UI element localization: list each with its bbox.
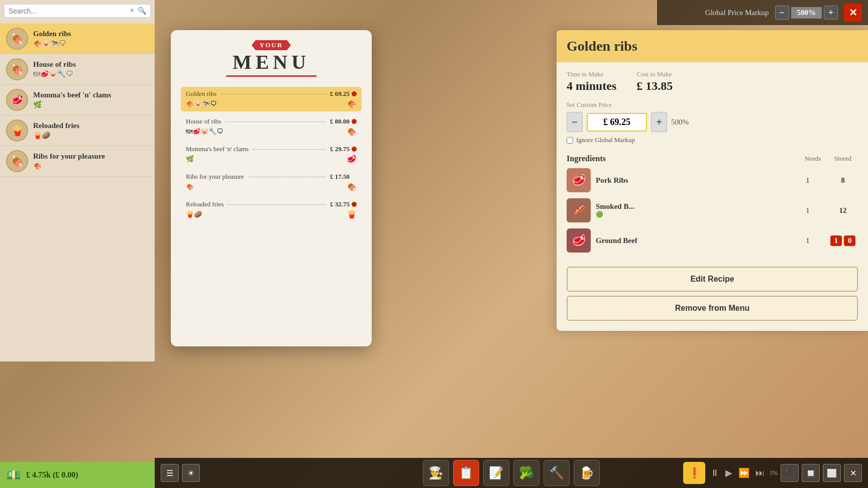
entry-thumb-4: 🍟: [347, 209, 357, 219]
ing-stored-0: 8: [828, 176, 858, 185]
entry-icons-row-2: 🌿 🥩: [186, 154, 357, 164]
toolbar-btn-2[interactable]: 📝: [483, 460, 509, 486]
entry-icons-row-1: 🍽🥩🐷🔧🗨 🍖: [186, 127, 357, 136]
menu-entry-row-3: Ribs for your pleasure £ 17.50: [186, 173, 357, 181]
cost-value: £ 13.85: [636, 79, 673, 93]
entry-tags-1: 🍽🥩🐷🔧🗨: [186, 128, 223, 136]
toolbar: ☰ ☀ 👨‍🍳📋📝🥦🔨🍺 ❗ ⏸ ▶ ⏩ ⏭ 5% ⬛ 🔲 ⬜ ✕: [155, 458, 868, 488]
search-clear-icon[interactable]: ✕: [130, 7, 135, 15]
pause-button[interactable]: ⏸: [708, 467, 721, 479]
item-tags-4: 🍖: [33, 162, 105, 170]
toolbar-btn-0[interactable]: 👨‍🍳: [423, 460, 449, 486]
detail-panel: Golden ribs Time to Make 4 minutes Cost …: [557, 30, 868, 331]
hamburger-menu-button[interactable]: ☰: [161, 464, 179, 482]
edit-recipe-button[interactable]: Edit Recipe: [567, 267, 858, 292]
menu-entry-row-1: House of ribs £ 80.00: [186, 117, 357, 126]
stored-bad-value-2: 0: [844, 235, 856, 246]
list-view-button[interactable]: 🔲: [802, 464, 820, 482]
skip-button[interactable]: ⏭: [753, 467, 767, 479]
menu-entry-0[interactable]: Golden ribs £ 69.25 🍖🐷🐄🗨 🍖: [181, 87, 362, 111]
ing-name-2: Ground Beef: [596, 236, 788, 245]
ing-needs-2: 1: [793, 236, 823, 245]
menu-entry-1[interactable]: House of ribs £ 80.00 🍽🥩🐷🔧🗨 🍖: [181, 114, 362, 139]
price-increase-button[interactable]: +: [651, 112, 667, 132]
close-toolbar-button[interactable]: ✕: [844, 464, 862, 482]
time-stat: Time to Make 4 minutes: [567, 70, 616, 93]
menu-entry-4[interactable]: Reloaded fries £ 32.75 🍟🥔 🍟: [181, 197, 362, 222]
fast-forward-button[interactable]: ⏩: [736, 466, 751, 479]
ingredient-row-0: 🥩 Pork Ribs 1 8: [567, 168, 858, 192]
sidebar-item-2[interactable]: 🥩 Momma's beef 'n' clams 🌿: [0, 85, 155, 115]
entry-name-3: Ribs for your pleasure: [186, 173, 244, 181]
item-tags-0: 🍖🐷🐄🗨: [33, 39, 71, 48]
entry-icons-row-3: 🍖 🍖: [186, 182, 357, 191]
toolbar-left: ☰ ☀: [161, 464, 200, 482]
balance-bar: 💵 £ 4.75k (£ 0.00): [0, 462, 155, 488]
markup-decrease-button[interactable]: −: [775, 6, 789, 20]
item-info-1: House of ribs 🍽🥩🐷🔧🗨: [33, 60, 76, 78]
entry-price-0: £ 69.25: [330, 90, 350, 98]
needs-column-header: Needs: [798, 155, 828, 163]
remove-from-menu-button[interactable]: Remove from Menu: [567, 296, 858, 321]
menu-header: YOUR MENU: [226, 40, 316, 77]
price-input[interactable]: £ 69.25: [587, 113, 647, 132]
play-button[interactable]: ▶: [723, 466, 734, 479]
sidebar-item-3[interactable]: 🍟 Reloaded fries 🍟🥔: [0, 115, 155, 146]
entry-dots-4: [228, 204, 326, 205]
entry-thumb-0: 🍖: [347, 99, 357, 108]
ingredients-section: Ingredients Needs Stored 🥩 Pork Ribs 1 8…: [557, 150, 868, 263]
item-name-2: Momma's beef 'n' clams: [33, 91, 111, 99]
item-info-3: Reloaded fries 🍟🥔: [33, 121, 79, 140]
ing-name-text-1: Smoked B...: [596, 202, 788, 211]
item-name-1: House of ribs: [33, 60, 76, 69]
entry-dots-0: [221, 94, 326, 94]
grid-view-button[interactable]: ⬛: [781, 464, 799, 482]
menu-title: MENU: [226, 51, 316, 73]
sun-icon[interactable]: ☀: [182, 464, 200, 482]
ignore-markup-label[interactable]: Ignore Global Markup: [576, 136, 635, 144]
sidebar-item-0[interactable]: 🍖 Golden ribs 🍖🐷🐄🗨: [0, 24, 155, 54]
ingredients-list: 🥩 Pork Ribs 1 8 🥓 Smoked B... 🟢 1 12 🥩 G…: [567, 168, 858, 253]
entry-icons-row-0: 🍖🐷🐄🗨 🍖: [186, 99, 357, 108]
sidebar-item-1[interactable]: 🍖 House of ribs 🍽🥩🐷🔧🗨: [0, 54, 155, 85]
notification-badge[interactable]: ❗: [683, 462, 705, 484]
toolbar-btn-4[interactable]: 🔨: [544, 460, 570, 486]
toolbar-btn-5[interactable]: 🍺: [574, 460, 600, 486]
markup-increase-button[interactable]: +: [824, 6, 838, 20]
menu-entry-3[interactable]: Ribs for your pleasure £ 17.50 🍖 🍖: [181, 170, 362, 194]
entry-dots-3: [248, 177, 326, 177]
search-input[interactable]: [9, 7, 127, 15]
ingredients-header: Ingredients Needs Stored: [567, 154, 858, 163]
price-decrease-button[interactable]: −: [567, 112, 583, 132]
item-tags-3: 🍟🥔: [33, 131, 79, 140]
ingredient-row-1: 🥓 Smoked B... 🟢 1 12: [567, 198, 858, 222]
entry-name-0: Golden ribs: [186, 90, 216, 98]
entry-tags-3: 🍖: [186, 183, 194, 191]
box-view-button[interactable]: ⬜: [823, 464, 841, 482]
toolbar-btn-3[interactable]: 🥦: [513, 460, 539, 486]
ing-needs-0: 1: [793, 176, 823, 185]
ignore-markup-checkbox[interactable]: [567, 137, 573, 144]
entry-icons-row-4: 🍟🥔 🍟: [186, 209, 357, 219]
entry-dot-4: [352, 202, 357, 207]
cost-label: Cost to Make: [636, 70, 673, 78]
toolbar-btn-1[interactable]: 📋: [453, 460, 479, 486]
item-info-0: Golden ribs 🍖🐷🐄🗨: [33, 30, 71, 48]
detail-title-bar: Golden ribs: [557, 30, 868, 62]
cost-stat: Cost to Make £ 13.85: [636, 70, 673, 93]
sidebar-item-4[interactable]: 🍖 Ribs for your pleasure 🍖: [0, 146, 155, 177]
item-icon-4: 🍖: [6, 150, 28, 172]
item-name-4: Ribs for your pleasure: [33, 152, 105, 161]
ing-icon-1: 🥓: [567, 198, 591, 222]
entry-price-3: £ 17.50: [330, 173, 350, 181]
close-button[interactable]: ✕: [844, 4, 862, 22]
menu-entries: Golden ribs £ 69.25 🍖🐷🐄🗨 🍖 House of ribs…: [181, 87, 362, 222]
detail-title: Golden ribs: [567, 38, 858, 54]
ing-stored-1: 12: [828, 206, 858, 215]
stored-value-1: 12: [839, 206, 847, 214]
markup-control: − 500% +: [775, 6, 838, 20]
item-name-3: Reloaded fries: [33, 121, 79, 130]
search-bar: ✕ 🔍: [4, 4, 151, 18]
entry-dots-1: [225, 121, 326, 122]
menu-entry-2[interactable]: Momma's beef 'n' clams £ 29.75 🌿 🥩: [181, 142, 362, 167]
